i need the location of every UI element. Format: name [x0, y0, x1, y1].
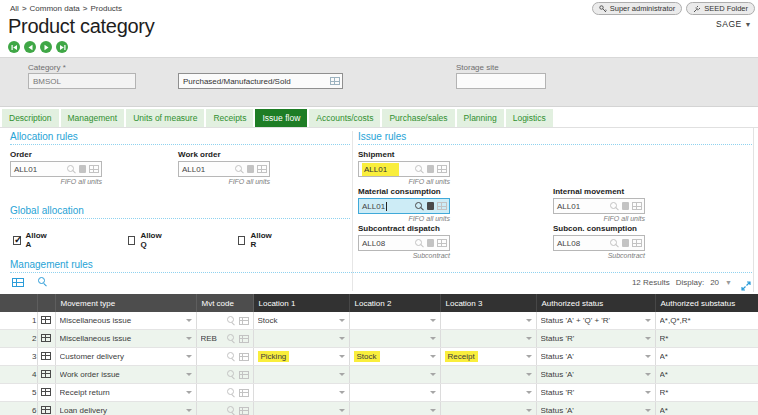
location3-cell[interactable]: [440, 402, 536, 415]
selection-grid-icon[interactable]: [437, 202, 447, 210]
jump-to-record-icon[interactable]: [622, 202, 629, 210]
authorized-substatus-cell[interactable]: A*,Q*,R*: [655, 312, 758, 330]
search-icon[interactable]: [227, 388, 236, 397]
brand-menu[interactable]: SAGE ▼: [716, 19, 752, 29]
location1-cell[interactable]: [253, 330, 349, 348]
authorized-status-cell[interactable]: Status 'A': [536, 366, 655, 384]
tab-description[interactable]: Description: [2, 109, 59, 127]
mvt-code-cell[interactable]: [196, 402, 253, 415]
selection-grid-icon[interactable]: [239, 407, 249, 415]
chevron-down-icon[interactable]: [645, 409, 651, 412]
next-record-button[interactable]: [40, 41, 52, 53]
search-icon[interactable]: [415, 165, 424, 174]
authorized-status-cell[interactable]: Status 'A': [536, 348, 655, 366]
column-header-mvt-code[interactable]: Mvt code: [196, 294, 253, 312]
tab-issue-flow[interactable]: Issue flow: [255, 109, 307, 127]
previous-record-button[interactable]: [24, 41, 36, 53]
jump-to-record-icon[interactable]: [427, 202, 434, 210]
chevron-down-icon[interactable]: [526, 337, 532, 340]
row-detail-cell[interactable]: [37, 348, 55, 366]
authorized-substatus-cell[interactable]: A*: [655, 402, 758, 415]
location3-cell[interactable]: [440, 330, 536, 348]
authorized-status-cell[interactable]: Status 'A' + 'Q' + 'R': [536, 312, 655, 330]
row-detail-cell[interactable]: [37, 366, 55, 384]
selection-grid-icon[interactable]: [239, 389, 249, 397]
authorized-substatus-cell[interactable]: A*: [655, 366, 758, 384]
breadcrumb-products[interactable]: Products: [90, 4, 122, 13]
authorized-status-cell[interactable]: Status 'A': [536, 402, 655, 415]
chevron-down-icon[interactable]: [186, 409, 192, 412]
chevron-down-icon[interactable]: [526, 391, 532, 394]
column-header-movement-type[interactable]: Movement type: [55, 294, 196, 312]
movement-type-cell[interactable]: Work order issue: [55, 366, 196, 384]
authorized-substatus-cell[interactable]: A*: [655, 348, 758, 366]
search-icon[interactable]: [227, 316, 236, 325]
selection-grid-icon[interactable]: [239, 317, 249, 325]
location3-cell[interactable]: Receipt: [440, 348, 536, 366]
internal-movement-input[interactable]: ALL01: [553, 198, 645, 214]
row-detail-cell[interactable]: [37, 402, 55, 415]
search-icon[interactable]: [415, 239, 424, 248]
chevron-down-icon[interactable]: [645, 319, 651, 322]
category-description-input[interactable]: Purchased/Manufactured/Sold: [178, 73, 343, 89]
movement-type-cell[interactable]: Customer delivery: [55, 348, 196, 366]
chevron-down-icon[interactable]: [645, 355, 651, 358]
chevron-down-icon[interactable]: [186, 373, 192, 376]
chevron-down-icon[interactable]: [430, 319, 436, 322]
selection-grid-icon[interactable]: [632, 202, 642, 210]
column-header-authorized-status[interactable]: Authorized status: [536, 294, 655, 312]
checkbox-box[interactable]: [128, 236, 135, 245]
chevron-down-icon[interactable]: [645, 391, 651, 394]
expand-grid-icon[interactable]: [741, 277, 751, 295]
chevron-down-icon[interactable]: ▼: [725, 279, 732, 286]
column-header-location-2[interactable]: Location 2: [349, 294, 440, 312]
jump-to-record-icon[interactable]: [427, 239, 434, 247]
tab-units-of-measure[interactable]: Units of measure: [126, 109, 204, 127]
row-detail-icon[interactable]: [41, 334, 51, 342]
shipment-input[interactable]: ALL01: [358, 161, 450, 177]
chevron-down-icon[interactable]: [645, 337, 651, 340]
tab-management[interactable]: Management: [61, 109, 125, 127]
display-count-select[interactable]: 20: [710, 278, 719, 287]
search-icon[interactable]: [610, 239, 619, 248]
grid-search-icon[interactable]: [38, 277, 49, 288]
authorized-status-cell[interactable]: Status 'R': [536, 384, 655, 402]
search-icon[interactable]: [610, 202, 619, 211]
chevron-down-icon[interactable]: [430, 355, 436, 358]
location2-cell[interactable]: Stock: [349, 348, 440, 366]
chevron-down-icon[interactable]: [186, 355, 192, 358]
chevron-down-icon[interactable]: [186, 391, 192, 394]
tab-logistics[interactable]: Logistics: [506, 109, 553, 127]
authorized-status-cell[interactable]: Status 'R': [536, 330, 655, 348]
breadcrumb-all[interactable]: All: [10, 4, 19, 13]
location1-cell[interactable]: [253, 366, 349, 384]
search-icon[interactable]: [67, 165, 76, 174]
location3-cell[interactable]: [440, 384, 536, 402]
row-detail-icon[interactable]: [41, 406, 51, 414]
column-header-location-3[interactable]: Location 3: [440, 294, 536, 312]
tab-accounts-costs[interactable]: Accounts/costs: [309, 109, 380, 127]
selection-grid-icon[interactable]: [239, 353, 249, 361]
chevron-down-icon[interactable]: [339, 391, 345, 394]
selection-grid-icon[interactable]: [437, 239, 447, 247]
location1-cell[interactable]: [253, 402, 349, 415]
folder-button[interactable]: SEED Folder: [686, 2, 755, 15]
checkbox-box[interactable]: [13, 236, 21, 245]
row-detail-icon[interactable]: [41, 388, 51, 396]
location2-cell[interactable]: [349, 330, 440, 348]
subcon-consumption-input[interactable]: ALL08: [553, 235, 645, 251]
session-user-button[interactable]: Super administrator: [592, 2, 682, 15]
category-code-input[interactable]: BMSOL: [28, 73, 136, 89]
chevron-down-icon[interactable]: [526, 373, 532, 376]
chevron-down-icon[interactable]: [526, 409, 532, 412]
movement-type-cell[interactable]: Receipt return: [55, 384, 196, 402]
jump-to-record-icon[interactable]: [622, 239, 629, 247]
location3-cell[interactable]: [440, 366, 536, 384]
row-detail-icon[interactable]: [41, 352, 51, 360]
search-icon[interactable]: [227, 334, 236, 343]
selection-grid-icon[interactable]: [239, 371, 249, 379]
movement-type-cell[interactable]: Miscellaneous issue: [55, 330, 196, 348]
breadcrumb-common-data[interactable]: Common data: [30, 4, 80, 13]
search-icon[interactable]: [227, 352, 236, 361]
jump-to-record-icon[interactable]: [247, 165, 254, 173]
